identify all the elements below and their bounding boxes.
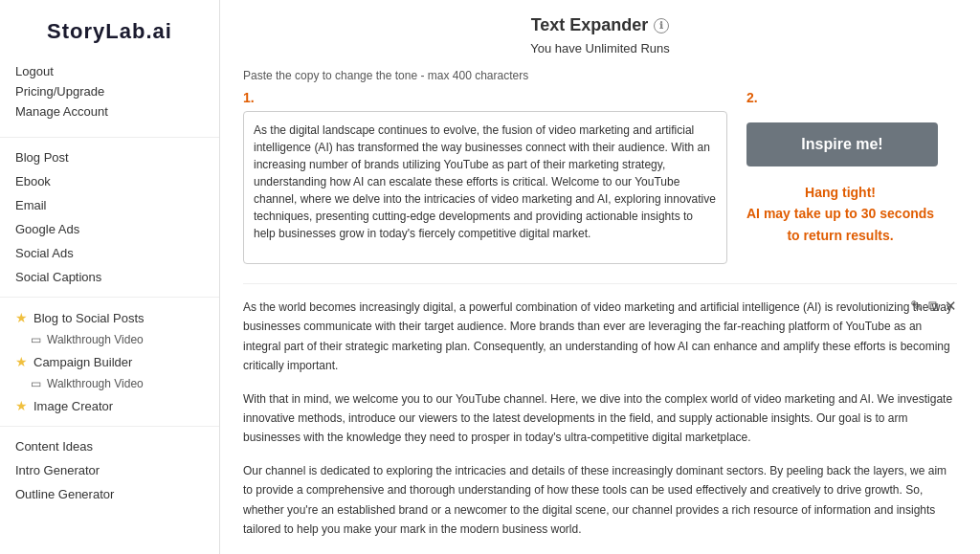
sidebar-divider-2 xyxy=(0,297,219,298)
output-section: ✎ ⧉ ✕ As the world becomes increasingly … xyxy=(243,283,957,539)
logo: StoryLab.ai xyxy=(0,10,219,61)
output-actions: ✎ ⧉ ✕ xyxy=(910,298,957,315)
video-icon-2: ▭ xyxy=(31,377,41,390)
sidebar-label-image-creator: Image Creator xyxy=(33,399,113,413)
sidebar-item-logout[interactable]: Logout xyxy=(15,61,204,81)
main-content: Text Expander ℹ You have Unlimited Runs … xyxy=(220,0,980,554)
sidebar-sub-blog-walkthrough[interactable]: ▭ Walkthrough Video xyxy=(0,330,219,349)
page-title-text: Text Expander xyxy=(531,15,649,35)
sidebar-item-image-creator[interactable]: ★ Image Creator xyxy=(0,393,219,418)
col-left: 1. As the digital landscape continues to… xyxy=(243,90,727,264)
sidebar: StoryLab.ai Logout Pricing/Upgrade Manag… xyxy=(0,0,220,554)
unlimited-runs: You have Unlimited Runs xyxy=(243,41,957,55)
sidebar-item-social-ads[interactable]: Social Ads xyxy=(0,241,219,265)
col-right: 2. Inspire me! Hang tight! AI may take u… xyxy=(746,90,957,264)
star-icon-2: ★ xyxy=(15,354,28,369)
sidebar-divider-3 xyxy=(0,426,219,427)
info-icon[interactable]: ℹ xyxy=(654,18,669,33)
hang-tight-line2: AI may take up to 30 seconds xyxy=(746,203,934,224)
sidebar-top-links: Logout Pricing/Upgrade Manage Account xyxy=(0,61,219,129)
output-paragraph-1: As the world becomes increasingly digita… xyxy=(243,298,957,376)
page-title: Text Expander ℹ xyxy=(531,15,670,35)
output-number-label: 2. xyxy=(746,90,758,105)
hang-tight-line1: Hang tight! xyxy=(746,182,934,203)
input-number-label: 1. xyxy=(243,90,727,105)
sidebar-item-social-captions[interactable]: Social Captions xyxy=(0,265,219,289)
hang-tight-line3: to return results. xyxy=(746,225,934,246)
sidebar-sub-campaign-walkthrough[interactable]: ▭ Walkthrough Video xyxy=(0,374,219,393)
output-paragraph-3: Our channel is dedicated to exploring th… xyxy=(243,461,957,540)
sidebar-label-campaign-builder: Campaign Builder xyxy=(33,355,132,369)
sidebar-item-email[interactable]: Email xyxy=(0,193,219,217)
two-col-layout: 1. As the digital landscape continues to… xyxy=(243,90,957,264)
sidebar-item-campaign-builder[interactable]: ★ Campaign Builder xyxy=(0,349,219,374)
star-icon-1: ★ xyxy=(15,310,28,325)
output-paragraph-2: With that in mind, we welcome you to our… xyxy=(243,389,957,448)
sidebar-item-manage-account[interactable]: Manage Account xyxy=(15,101,204,122)
sidebar-item-blog-post[interactable]: Blog Post xyxy=(0,145,219,169)
sidebar-item-outline-generator[interactable]: Outline Generator xyxy=(0,482,219,506)
input-text-content: As the digital landscape continues to ev… xyxy=(254,122,717,242)
sidebar-item-ebook[interactable]: Ebook xyxy=(0,169,219,193)
input-section-label: Paste the copy to change the tone - max … xyxy=(243,69,957,82)
inspire-button[interactable]: Inspire me! xyxy=(746,122,938,166)
close-icon[interactable]: ✕ xyxy=(945,298,957,315)
sidebar-item-blog-to-social[interactable]: ★ Blog to Social Posts xyxy=(0,305,219,330)
hang-tight-message: Hang tight! AI may take up to 30 seconds… xyxy=(746,182,934,246)
edit-icon[interactable]: ✎ xyxy=(910,298,923,315)
copy-icon[interactable]: ⧉ xyxy=(928,298,939,315)
sidebar-divider-1 xyxy=(0,137,219,138)
sidebar-item-content-ideas[interactable]: Content Ideas xyxy=(0,434,219,458)
sidebar-item-google-ads[interactable]: Google Ads xyxy=(0,217,219,241)
sidebar-label-blog-to-social: Blog to Social Posts xyxy=(33,311,145,325)
sidebar-item-intro-generator[interactable]: Intro Generator xyxy=(0,458,219,482)
star-icon-3: ★ xyxy=(15,398,28,413)
video-icon-1: ▭ xyxy=(31,333,41,346)
input-text-box[interactable]: As the digital landscape continues to ev… xyxy=(243,111,727,264)
page-title-area: Text Expander ℹ xyxy=(243,15,957,35)
sidebar-item-pricing[interactable]: Pricing/Upgrade xyxy=(15,81,204,101)
